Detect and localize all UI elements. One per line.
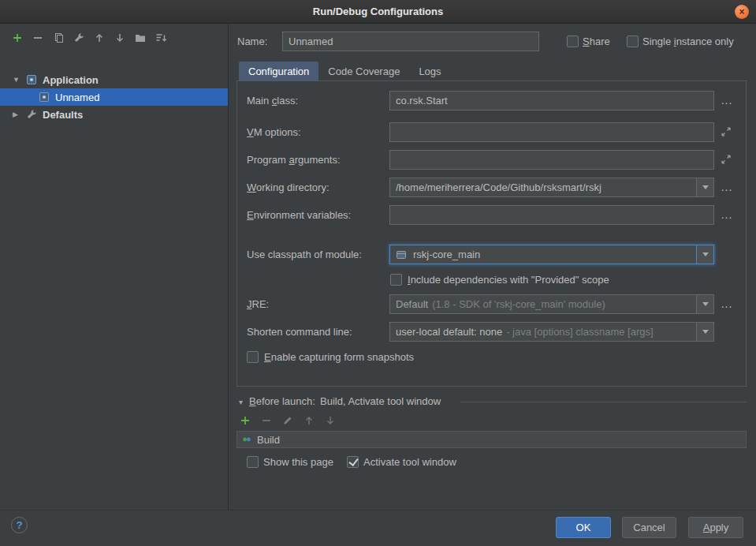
share-checkbox[interactable] <box>567 36 579 47</box>
before-launch-collapse-icon[interactable]: ▾ <box>239 395 243 410</box>
titlebar[interactable]: Run/Debug Configurations × <box>0 0 756 24</box>
move-up-icon <box>93 32 106 44</box>
show-this-page-checkbox[interactable] <box>247 456 259 468</box>
copy-configuration-button[interactable] <box>52 32 65 44</box>
move-down-button[interactable] <box>114 32 126 44</box>
edit-icon <box>281 414 294 427</box>
sort-icon <box>155 32 167 44</box>
name-label: Name: <box>237 35 267 49</box>
tab-bar: Configuration Code Coverage Logs <box>239 62 451 81</box>
before-launch-separator <box>460 402 747 402</box>
tab-configuration[interactable]: Configuration <box>239 62 318 81</box>
tab-logs[interactable]: Logs <box>409 62 450 81</box>
tree-item-application[interactable]: ▼ Application <box>0 71 228 88</box>
before-launch-toolbar <box>239 414 337 427</box>
single-instance-label[interactable]: Single instance only <box>642 35 734 49</box>
tree-item-defaults[interactable]: ▶ Defaults <box>0 106 228 123</box>
wrench-icon <box>25 108 38 121</box>
application-icon <box>25 73 38 86</box>
move-down-icon <box>324 414 337 427</box>
cancel-button[interactable]: Cancel <box>622 517 676 538</box>
tree-item-label: Unnamed <box>55 92 99 103</box>
edit-defaults-icon <box>73 32 85 44</box>
footer-divider <box>0 510 756 510</box>
new-folder-button[interactable] <box>134 32 147 44</box>
help-icon: ? <box>16 519 22 531</box>
tree-item-unnamed[interactable]: Unnamed <box>0 88 228 106</box>
move-down-icon <box>114 32 126 44</box>
name-input[interactable] <box>282 32 539 51</box>
before-launch-summary: Build, Activate tool window <box>320 395 441 409</box>
chevron-right-icon[interactable]: ▶ <box>13 110 25 118</box>
before-launch-task-list: Build <box>236 431 747 448</box>
sidebar-toolbar <box>0 24 228 49</box>
add-icon <box>11 32 24 44</box>
show-this-page-label[interactable]: Show this page <box>263 455 333 469</box>
chevron-down-icon[interactable]: ▼ <box>13 76 25 84</box>
tree-item-label: Application <box>43 74 99 86</box>
configuration-tab-panel <box>236 80 747 387</box>
tab-code-coverage[interactable]: Code Coverage <box>318 62 409 81</box>
add-configuration-button[interactable] <box>11 32 24 44</box>
configurations-tree: ▼ Application Unnamed ▶ Defaults <box>0 71 228 123</box>
share-label[interactable]: Share <box>583 35 610 49</box>
add-icon <box>239 414 251 427</box>
before-launch-title: Before launch: <box>249 395 315 409</box>
add-task-button[interactable] <box>239 414 251 427</box>
remove-icon <box>32 32 44 44</box>
sort-configurations-button[interactable] <box>155 32 167 44</box>
activate-tool-window-checkbox[interactable] <box>347 456 359 468</box>
ok-button[interactable]: OK <box>556 517 611 538</box>
single-instance-checkbox[interactable] <box>627 36 639 47</box>
move-up-button[interactable] <box>93 32 106 44</box>
task-row-build[interactable]: Build <box>237 432 746 447</box>
remove-icon <box>260 414 273 427</box>
copy-icon <box>52 32 65 44</box>
new-folder-icon <box>134 32 147 44</box>
task-label: Build <box>257 434 280 446</box>
close-icon: × <box>739 6 744 17</box>
help-button[interactable]: ? <box>11 517 28 533</box>
build-icon <box>241 434 252 445</box>
application-icon <box>38 91 50 103</box>
move-task-down-button[interactable] <box>324 414 337 427</box>
edit-task-button[interactable] <box>281 414 294 427</box>
apply-button[interactable]: Apply <box>688 517 743 538</box>
configurations-sidebar: ▼ Application Unnamed ▶ Defaults <box>0 24 229 510</box>
move-up-icon <box>303 414 315 427</box>
tree-item-label: Defaults <box>43 109 83 121</box>
remove-task-button[interactable] <box>260 414 273 427</box>
close-button[interactable]: × <box>735 5 749 19</box>
edit-defaults-button[interactable] <box>73 32 85 44</box>
remove-configuration-button[interactable] <box>32 32 44 44</box>
activate-tool-window-label[interactable]: Activate tool window <box>363 455 456 469</box>
window-title: Run/Debug Configurations <box>313 6 443 17</box>
move-task-up-button[interactable] <box>303 414 315 427</box>
